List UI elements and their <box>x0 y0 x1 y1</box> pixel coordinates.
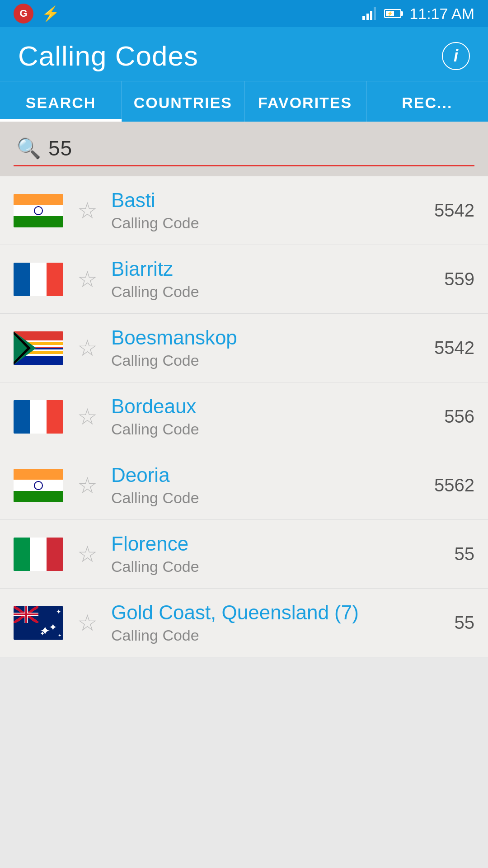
item-code: 5542 <box>434 200 474 221</box>
item-code: 559 <box>444 269 474 289</box>
item-name: Deoria <box>111 464 424 486</box>
item-info: Biarritz Calling Code <box>111 258 434 301</box>
flag-south-africa <box>14 331 63 365</box>
item-name: Basti <box>111 189 424 212</box>
item-info: Deoria Calling Code <box>111 464 424 507</box>
flag-italy <box>14 538 63 571</box>
usb-icon: ⚡ <box>42 5 60 22</box>
search-box[interactable]: 🔍 55 <box>14 132 474 166</box>
app-header: Calling Codes i <box>0 27 488 81</box>
flag-india <box>14 469 63 502</box>
item-info: Gold Coast, Queensland (7) Calling Code <box>111 601 445 644</box>
status-time: 11:17 AM <box>409 5 474 23</box>
item-code: 5562 <box>434 475 474 495</box>
app-title: Calling Codes <box>18 40 198 81</box>
item-info: Basti Calling Code <box>111 189 424 232</box>
status-bar-left-icons: G ⚡ <box>14 4 60 24</box>
item-name: Biarritz <box>111 258 434 280</box>
info-button[interactable]: i <box>442 42 470 70</box>
search-container: 🔍 55 <box>0 122 488 176</box>
item-code: 5542 <box>434 338 474 358</box>
list-item[interactable]: ☆ Florence Calling Code 55 <box>0 520 488 589</box>
tab-favorites[interactable]: FAVORITES <box>244 81 366 122</box>
guard-icon: G <box>14 4 33 24</box>
tab-search[interactable]: SEARCH <box>0 81 122 122</box>
battery-icon: ⚡ <box>384 9 401 18</box>
search-input[interactable]: 55 <box>48 136 472 160</box>
item-label: Calling Code <box>111 558 445 576</box>
favorite-button[interactable]: ☆ <box>73 334 101 362</box>
flag-france <box>14 263 63 296</box>
favorite-button[interactable]: ☆ <box>73 540 101 568</box>
item-name: Bordeaux <box>111 395 434 418</box>
flag-france <box>14 400 63 434</box>
item-label: Calling Code <box>111 489 424 507</box>
search-icon: 🔍 <box>16 138 41 158</box>
list-item[interactable]: ✦ ✦ ✦ ✦ ✦ ☆ Gold Coast, Queensland (7) C… <box>0 589 488 657</box>
favorite-button[interactable]: ☆ <box>73 403 101 431</box>
tab-recent[interactable]: REC... <box>366 81 488 122</box>
item-name: Florence <box>111 533 445 555</box>
item-label: Calling Code <box>111 420 434 438</box>
item-info: Florence Calling Code <box>111 533 445 576</box>
item-label: Calling Code <box>111 214 424 232</box>
flag-india <box>14 194 63 227</box>
item-info: Boesmanskop Calling Code <box>111 326 424 369</box>
tabs-bar: SEARCH COUNTRIES FAVORITES REC... <box>0 81 488 122</box>
status-bar: G ⚡ ⚡ 11:17 AM <box>0 0 488 27</box>
list-item[interactable]: ☆ Deoria Calling Code 5562 <box>0 451 488 520</box>
item-label: Calling Code <box>111 352 424 369</box>
flag-australia: ✦ ✦ ✦ ✦ ✦ <box>14 606 63 640</box>
tab-countries[interactable]: COUNTRIES <box>122 81 244 122</box>
results-list: ☆ Basti Calling Code 5542 ☆ Biarritz Cal… <box>0 176 488 657</box>
list-item[interactable]: ☆ Basti Calling Code 5542 <box>0 176 488 245</box>
item-code: 556 <box>444 406 474 427</box>
item-code: 55 <box>455 613 475 633</box>
item-label: Calling Code <box>111 283 434 301</box>
favorite-button[interactable]: ☆ <box>73 472 101 500</box>
item-name: Gold Coast, Queensland (7) <box>111 601 445 624</box>
status-bar-right: ⚡ 11:17 AM <box>362 5 474 23</box>
item-name: Boesmanskop <box>111 326 424 349</box>
item-info: Bordeaux Calling Code <box>111 395 434 438</box>
list-item[interactable]: ☆ Biarritz Calling Code 559 <box>0 245 488 314</box>
list-item[interactable]: ☆ Bordeaux Calling Code 556 <box>0 382 488 451</box>
favorite-button[interactable]: ☆ <box>73 609 101 637</box>
signal-icon <box>362 7 376 20</box>
list-item[interactable]: ☆ Boesmanskop Calling Code 5542 <box>0 314 488 382</box>
item-code: 55 <box>455 544 475 564</box>
favorite-button[interactable]: ☆ <box>73 265 101 293</box>
favorite-button[interactable]: ☆ <box>73 197 101 225</box>
item-label: Calling Code <box>111 627 445 644</box>
